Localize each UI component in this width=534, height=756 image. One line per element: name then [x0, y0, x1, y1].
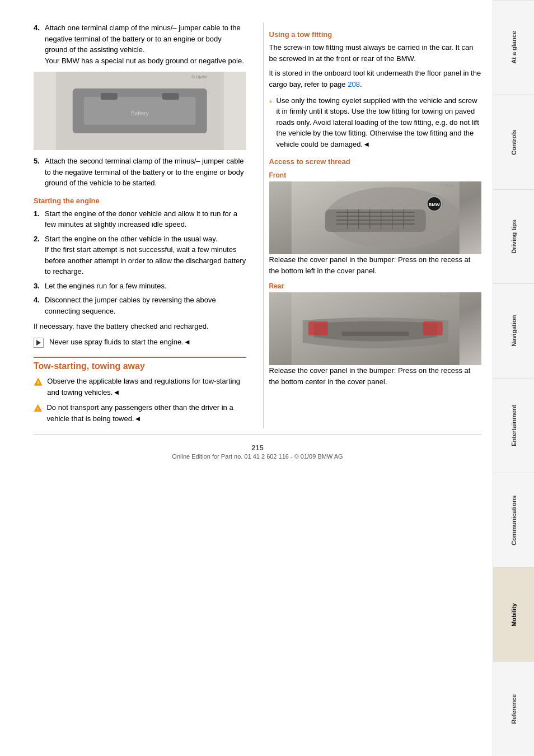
start-step-1-num: 1. — [34, 208, 41, 230]
rear-bumper-image: © BMW — [269, 292, 482, 365]
sidebar-tab-controls[interactable]: Controls — [493, 95, 534, 189]
step-5-num: 5. — [34, 156, 41, 189]
step-5-text: Attach the second terminal clamp of the … — [45, 156, 246, 189]
sidebar: At a glance Controls Driving tips Naviga… — [493, 0, 534, 756]
start-step-4: 4. Disconnect the jumper cables by rever… — [34, 295, 246, 316]
sidebar-tab-navigation[interactable]: Navigation — [493, 283, 534, 378]
page-208-link[interactable]: 208 — [348, 80, 360, 88]
step-4-list: 4. Attach one terminal clamp of the minu… — [34, 22, 246, 66]
starting-steps-list: 1. Start the engine of the donor vehicle… — [34, 208, 246, 317]
sidebar-tab-entertainment[interactable]: Entertainment — [493, 378, 534, 473]
battery-image: Battery © BMW — [34, 72, 246, 150]
front-sub-heading: Front — [269, 171, 482, 179]
step-4-num: 4. — [34, 22, 41, 66]
starting-engine-heading: Starting the engine — [34, 197, 246, 205]
copyright-text: Online Edition for Part no. 01 41 2 602 … — [172, 453, 343, 460]
spray-note-text: Never use spray fluids to start the engi… — [49, 337, 191, 349]
spray-note-block: Never use spray fluids to start the engi… — [34, 337, 246, 349]
sidebar-tab-reference[interactable]: Reference — [493, 661, 534, 756]
svg-marker-7 — [36, 340, 41, 346]
sidebar-tab-driving-tips[interactable]: Driving tips — [493, 189, 534, 284]
svg-rect-3 — [101, 93, 118, 100]
svg-rect-16 — [325, 209, 425, 232]
rear-caption: Release the cover panel in the bumper: P… — [269, 365, 482, 388]
warning-icon-1: ! — [34, 376, 43, 388]
tow-section-title: Tow-starting, towing away — [34, 357, 246, 371]
step-4-text: Attach one terminal clamp of the minus/–… — [45, 22, 246, 66]
start-step-3-num: 3. — [34, 281, 41, 292]
start-step-4-text: Disconnect the jumper cables by reversin… — [45, 295, 246, 316]
tow-warning-1-text: Observe the applicable laws and regulati… — [47, 376, 246, 398]
start-step-3: 3. Let the engines run for a few minutes… — [34, 281, 246, 292]
step-5-list: 5. Attach the second terminal clamp of t… — [34, 156, 246, 189]
svg-text:Battery: Battery — [131, 110, 149, 116]
main-content: 4. Attach one terminal clamp of the minu… — [0, 0, 493, 756]
start-step-2-text: Start the engine on the other vehicle in… — [45, 234, 246, 277]
svg-text:!: ! — [37, 407, 39, 412]
start-step-4-num: 4. — [34, 295, 41, 316]
svg-text:© BMW: © BMW — [440, 184, 454, 188]
step-5-item: 5. Attach the second terminal clamp of t… — [34, 156, 246, 189]
tow-warning-2-block: ! Do not transport any passengers other … — [34, 402, 246, 424]
using-tow-para2: It is stored in the onboard tool kit und… — [269, 68, 482, 90]
start-step-2: 2. Start the engine on the other vehicle… — [34, 234, 246, 277]
svg-rect-4 — [162, 93, 179, 100]
page-footer: 215 Online Edition for Part no. 01 41 2 … — [34, 434, 481, 464]
left-column: 4. Attach one terminal clamp of the minu… — [34, 22, 252, 428]
rear-sub-heading: Rear — [269, 282, 482, 290]
svg-rect-33 — [423, 321, 442, 335]
start-step-3-text: Let the engines run for a few minutes. — [45, 281, 167, 292]
sidebar-tab-at-a-glance[interactable]: At a glance — [493, 0, 534, 95]
battery-check-note: If necessary, have the battery checked a… — [34, 321, 246, 332]
warning-icon-2: ! — [34, 402, 42, 414]
warning-icon-3: ! — [269, 95, 272, 108]
front-bumper-image: BMW © BMW — [269, 181, 482, 254]
svg-rect-32 — [308, 321, 327, 335]
sidebar-tab-mobility[interactable]: Mobility — [493, 567, 534, 662]
tow-eyelet-warning-block: ! Use only the towing eyelet supplied wi… — [269, 95, 482, 150]
start-step-2-num: 2. — [34, 234, 41, 277]
play-icon — [34, 338, 45, 349]
start-step-1: 1. Start the engine of the donor vehicle… — [34, 208, 246, 230]
svg-text:!: ! — [38, 380, 39, 385]
start-step-1-text: Start the engine of the donor vehicle an… — [45, 208, 246, 230]
right-column: Using a tow fitting The screw-in tow fit… — [263, 22, 482, 428]
svg-text:© BMW: © BMW — [191, 74, 207, 80]
svg-text:BMW: BMW — [428, 202, 439, 207]
svg-text:© BMW: © BMW — [440, 295, 454, 298]
using-tow-heading: Using a tow fitting — [269, 30, 482, 39]
two-column-layout: 4. Attach one terminal clamp of the minu… — [34, 22, 481, 428]
using-tow-para1: The screw-in tow fitting must always be … — [269, 42, 482, 64]
page-number: 215 — [34, 444, 481, 452]
front-caption: Release the cover panel in the bumper: P… — [269, 254, 482, 277]
tow-warning-2-text: Do not transport any passengers other th… — [46, 402, 246, 424]
access-heading: Access to screw thread — [269, 157, 482, 166]
page-container: 4. Attach one terminal clamp of the minu… — [0, 0, 534, 756]
sidebar-tab-communications[interactable]: Communications — [493, 473, 534, 567]
svg-rect-34 — [341, 332, 409, 336]
tow-eyelet-warning-text: Use only the towing eyelet supplied with… — [277, 95, 482, 150]
step-4-item: 4. Attach one terminal clamp of the minu… — [34, 22, 246, 66]
tow-warning-1-block: ! Observe the applicable laws and regula… — [34, 376, 246, 398]
